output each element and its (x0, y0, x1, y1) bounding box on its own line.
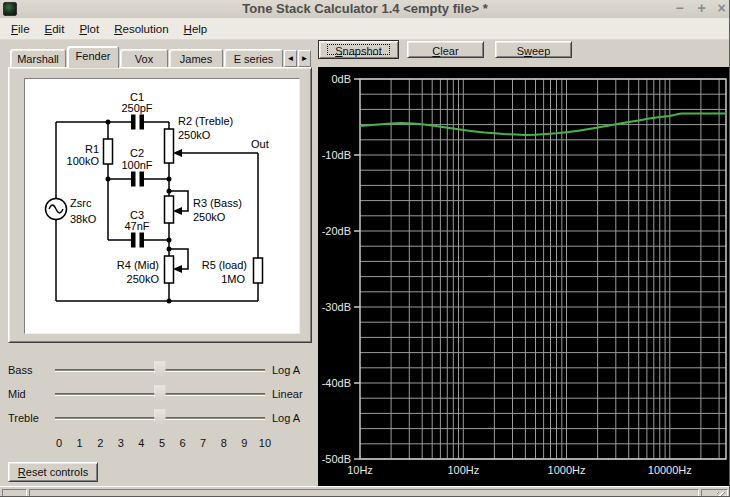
clear-button[interactable]: Clear (407, 41, 484, 58)
r3-value: 250kO (193, 211, 226, 223)
pot-wiper-arrows (173, 149, 182, 273)
source-value: 38kO (70, 213, 97, 225)
status-pane-left (2, 489, 27, 497)
mid-slider-label: Mid (8, 388, 26, 400)
circuit-diagram: C1 250pF R2 (Treble) 250kO R1 100kO C2 1… (24, 78, 300, 334)
c2-label: C2 (130, 147, 144, 159)
mid-slider-taper-label: Linear (272, 388, 303, 400)
r5-label: R5 (load) (202, 259, 247, 271)
svg-text:10000Hz: 10000Hz (648, 464, 692, 476)
title-bar: Tone Stack Calculator 1.4 <empty file> *… (0, 0, 730, 18)
source-label: Zsrc (70, 197, 92, 209)
snapshot-button[interactable]: Snapshot (318, 40, 399, 59)
menu-edit[interactable]: Edit (42, 21, 68, 37)
tab-vox[interactable]: Vox (120, 49, 168, 68)
window-title: Tone Stack Calculator 1.4 <empty file> * (0, 1, 730, 16)
sweep-button[interactable]: Sweep (495, 41, 572, 58)
r4-value: 250kO (127, 273, 160, 285)
menu-plot[interactable]: Plot (76, 21, 102, 37)
svg-text:-30dB: -30dB (322, 301, 351, 313)
svg-text:10Hz: 10Hz (347, 464, 373, 476)
c3-value: 47nF (124, 220, 149, 232)
plot-canvas: 0dB-10dB-20dB-30dB-40dB-50dB10Hz100Hz100… (318, 67, 730, 486)
svg-text:1000Hz: 1000Hz (548, 464, 586, 476)
treble-slider-thumb[interactable] (155, 409, 166, 429)
tab-fender[interactable]: Fender (67, 46, 119, 68)
status-pane-grip (701, 489, 728, 497)
minimize-button[interactable]: − (671, 0, 688, 17)
r2-value: 250kO (178, 129, 211, 141)
resize-grip-icon[interactable] (717, 492, 726, 497)
app-window: Tone Stack Calculator 1.4 <empty file> *… (0, 0, 730, 497)
menu-bar: File Edit Plot Resolution Help (0, 18, 730, 40)
r4-label: R4 (Mid) (117, 259, 159, 271)
c1-value: 250pF (121, 102, 152, 114)
svg-text:0dB: 0dB (331, 73, 351, 85)
tab-scroll-left-icon[interactable]: ◄ (284, 50, 297, 67)
bass-slider-label: Bass (8, 364, 32, 376)
reset-controls-button[interactable]: Reset controls (8, 462, 98, 482)
treble-slider-label: Treble (8, 412, 39, 424)
menu-help[interactable]: Help (181, 21, 211, 37)
tab-james[interactable]: James (169, 49, 223, 68)
menu-file[interactable]: File (8, 21, 33, 37)
status-bar (0, 486, 730, 497)
r1-label: R1 (85, 143, 99, 155)
tab-e-series[interactable]: E series (224, 49, 283, 68)
treble-slider-taper-label: Log A (272, 412, 300, 424)
r5-value: 1MO (221, 273, 245, 285)
r3-label: R3 (Bass) (193, 197, 242, 209)
c2-value: 100nF (121, 159, 152, 171)
svg-text:100Hz: 100Hz (447, 464, 479, 476)
out-label: Out (251, 138, 269, 150)
bass-slider-taper-label: Log A (272, 364, 300, 376)
menu-resolution[interactable]: Resolution (111, 21, 171, 37)
svg-text:-10dB: -10dB (322, 149, 351, 161)
slider-scale: 0 1 2 3 4 5 6 7 8 9 10 (49, 437, 275, 449)
bass-slider-thumb[interactable] (155, 361, 166, 381)
circuit-schematic: C1 250pF R2 (Treble) 250kO R1 100kO C2 1… (25, 79, 301, 335)
r1-value: 100kO (67, 155, 100, 167)
svg-text:-40dB: -40dB (322, 377, 351, 389)
frequency-response-plot: 0dB-10dB-20dB-30dB-40dB-50dB10Hz100Hz100… (318, 67, 730, 486)
status-pane-main (29, 489, 699, 497)
tab-marshall[interactable]: Marshall (10, 49, 66, 68)
r2-label: R2 (Treble) (178, 115, 233, 127)
mid-slider-thumb[interactable] (155, 385, 166, 405)
svg-text:-20dB: -20dB (322, 225, 351, 237)
close-button[interactable]: × (713, 0, 730, 17)
source-symbol (46, 199, 67, 220)
tab-scroll-right-icon[interactable]: ► (298, 50, 311, 67)
maximize-button[interactable]: + (693, 0, 710, 17)
